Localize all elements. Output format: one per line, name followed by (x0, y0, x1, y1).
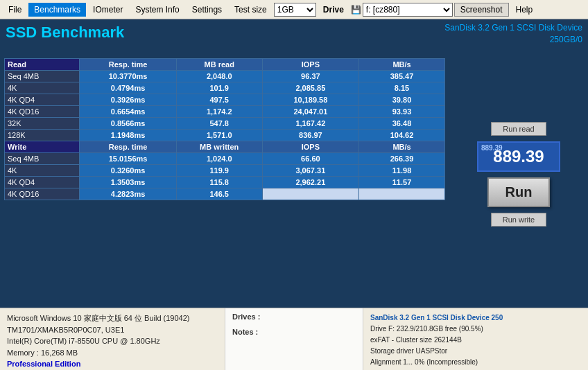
resp-4kqd4: 0.3926ms (80, 94, 176, 106)
w-mb-4k: 119.9 (176, 165, 262, 177)
device-line1: SanDisk 3.2 Gen 1 SCSI Disk Device (444, 22, 582, 34)
test-size-control: 1GB 512MB 2GB 4GB (274, 3, 316, 17)
menu-help[interactable]: Help (510, 3, 539, 17)
mbs-4kqd16: 93.93 (359, 106, 445, 118)
menu-iometer[interactable]: IOmeter (87, 3, 128, 17)
w-iops-4k: 3,067.31 (262, 165, 358, 177)
read-header-row: Read Resp. time MB read IOPS MB/s (5, 59, 445, 71)
w-label-4k: 4K (5, 165, 80, 177)
mbs-4kqd4: 39.80 (359, 94, 445, 106)
label-32k: 32K (5, 118, 80, 130)
read-row-32k: 32K 0.8566ms 547.8 1,167.42 36.48 (5, 118, 445, 130)
content-area: SSD Benchmark SanDisk 3.2 Gen 1 SCSI Dis… (0, 19, 588, 308)
write-col-header: Write (5, 141, 80, 153)
write-row-4kqd4: 4K QD4 1.3503ms 115.8 2,962.21 11.57 (5, 177, 445, 188)
w-iops-seq4mb: 66.60 (262, 153, 358, 165)
iops-seq4mb: 96.37 (262, 71, 358, 82)
drive-label: Drive (318, 3, 349, 17)
app-window: File Benchmarks IOmeter System Info Sett… (0, 0, 588, 370)
main-content: Read Resp. time MB read IOPS MB/s Seq 4M… (0, 55, 588, 308)
w-resp-4kqd16: 4.2823ms (80, 188, 176, 200)
ssd-title: SSD Benchmark (6, 22, 124, 42)
speed-display: 889.39 889.39 (477, 141, 560, 172)
mb-128k: 1,571.0 (176, 130, 262, 141)
w-mbs-seq4mb: 266.39 (359, 153, 445, 165)
write-row-4k: 4K 0.3260ms 119.9 3,067.31 11.98 (5, 165, 445, 177)
iops-4k: 2,085.85 (262, 82, 358, 94)
label-128k: 128K (5, 130, 80, 141)
benchmark-table: Read Resp. time MB read IOPS MB/s Seq 4M… (0, 55, 449, 308)
screenshot-button[interactable]: Screenshot (454, 3, 509, 17)
w-resp-seq4mb: 15.0156ms (80, 153, 176, 165)
drive-select[interactable]: f: [cz880] (363, 3, 453, 17)
title-area: SSD Benchmark SanDisk 3.2 Gen 1 SCSI Dis… (0, 19, 588, 55)
label-4kqd4: 4K QD4 (5, 94, 80, 106)
write-resp-header: Resp. time (80, 141, 176, 153)
device-title: SanDisk 3.2 Gen 1 SCSI Disk Device 250 (370, 312, 581, 324)
drive-icon: 💾 (351, 5, 361, 15)
read-col-header: Read (5, 59, 80, 71)
cpu-detail: Intel(R) Core(TM) i7-8550U CPU @ 1.80GHz (7, 335, 218, 347)
iops-4kqd4: 10,189.58 (262, 94, 358, 106)
w-mb-4kqd16: 146.5 (176, 188, 262, 200)
pro-edition-label: Professional Edition (7, 358, 218, 370)
device-line2: 250GB/0 (444, 34, 582, 46)
write-row-4kqd16: 4K QD16 4.2823ms 146.5 (5, 188, 445, 200)
mbs-header: MB/s (359, 59, 445, 71)
w-resp-4k: 0.3260ms (80, 165, 176, 177)
status-right: SanDisk 3.2 Gen 1 SCSI Disk Device 250 D… (363, 308, 588, 370)
iops-header: IOPS (262, 59, 358, 71)
read-row-4k: 4K 0.4794ms 101.9 2,085.85 8.15 (5, 82, 445, 94)
w-mbs-4kqd4: 11.57 (359, 177, 445, 188)
mbs-32k: 36.48 (359, 118, 445, 130)
run-button[interactable]: Run (487, 177, 551, 207)
menu-benchmarks[interactable]: Benchmarks (28, 3, 86, 17)
status-left: Microsoft Windows 10 家庭中文版 64 位 Build (1… (0, 308, 225, 370)
status-bar: Microsoft Windows 10 家庭中文版 64 位 Build (1… (0, 308, 588, 370)
w-label-4kqd4: 4K QD4 (5, 177, 80, 188)
mb-read-header: MB read (176, 59, 262, 71)
w-label-4kqd16: 4K QD16 (5, 188, 80, 200)
cpu-model: TM1701/XMAKB5R0P0C07, U3E1 (7, 324, 218, 336)
mbs-4k: 8.15 (359, 82, 445, 94)
memory-info: Memory : 16,268 MB (7, 347, 218, 359)
mb-32k: 547.8 (176, 118, 262, 130)
drives-label: Drives : (232, 312, 356, 321)
status-center: Drives : Notes : (225, 308, 363, 370)
mbs-128k: 104.62 (359, 130, 445, 141)
iops-128k: 836.97 (262, 130, 358, 141)
notes-label: Notes : (232, 328, 356, 336)
run-write-button[interactable]: Run write (491, 213, 546, 227)
read-row-4kqd16: 4K QD16 0.6654ms 1,174.2 24,047.01 93.93 (5, 106, 445, 118)
resp-4kqd16: 0.6654ms (80, 106, 176, 118)
w-mbs-4k: 11.98 (359, 165, 445, 177)
write-header-row: Write Resp. time MB written IOPS MB/s (5, 141, 445, 153)
w-mbs-4kqd16 (359, 188, 445, 200)
w-mb-seq4mb: 1,024.0 (176, 153, 262, 165)
speed-small-label: 889.39 (481, 144, 503, 152)
storage-driver: Storage driver UASPStor (370, 346, 581, 357)
run-read-button[interactable]: Run read (491, 122, 546, 136)
label-seq4mb: Seq 4MB (5, 71, 80, 82)
device-info: SanDisk 3.2 Gen 1 SCSI Disk Device 250GB… (444, 22, 582, 46)
testsize-label: Test size (229, 3, 273, 17)
iops-32k: 1,167.42 (262, 118, 358, 130)
write-mb-header: MB written (176, 141, 262, 153)
right-panel: Run read 889.39 889.39 Run Run write (449, 55, 588, 308)
iops-4kqd16: 24,047.01 (262, 106, 358, 118)
test-size-select[interactable]: 1GB 512MB 2GB 4GB (274, 3, 316, 17)
alignment: Alignment 1... 0% (Incompressible) (370, 357, 581, 368)
menu-file[interactable]: File (3, 3, 27, 17)
menu-system-info[interactable]: System Info (130, 3, 184, 17)
resp-128k: 1.1948ms (80, 130, 176, 141)
mb-4kqd4: 497.5 (176, 94, 262, 106)
mb-seq4mb: 2,048.0 (176, 71, 262, 82)
resp-4k: 0.4794ms (80, 82, 176, 94)
write-mbs-header: MB/s (359, 141, 445, 153)
read-row-seq4mb: Seq 4MB 10.3770ms 2,048.0 96.37 385.47 (5, 71, 445, 82)
menu-settings[interactable]: Settings (187, 3, 227, 17)
w-resp-4kqd4: 1.3503ms (80, 177, 176, 188)
mb-4k: 101.9 (176, 82, 262, 94)
label-4kqd16: 4K QD16 (5, 106, 80, 118)
write-iops-header: IOPS (262, 141, 358, 153)
